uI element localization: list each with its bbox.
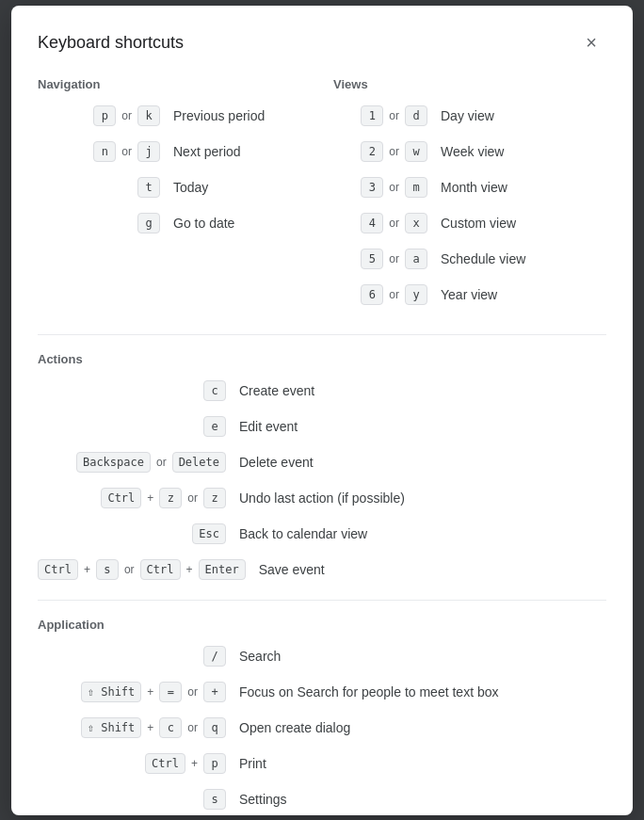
shortcut-desc: Open create dialog	[239, 720, 350, 735]
shortcut-row: / Search	[38, 643, 606, 669]
shortcut-keys: g	[38, 213, 160, 233]
close-button[interactable]: ×	[576, 28, 606, 58]
key-badge: c	[159, 717, 182, 738]
key-badge: Backspace	[76, 452, 151, 473]
key-separator: or	[156, 456, 167, 469]
key-badge: c	[203, 380, 226, 401]
key-plus: +	[84, 563, 90, 576]
shortcut-keys: 5ora	[333, 249, 427, 269]
key-badge: d	[405, 105, 427, 126]
shortcut-row: 3orm Month view	[333, 174, 606, 201]
shortcut-keys: s	[38, 789, 226, 810]
shortcut-desc: Delete event	[239, 455, 314, 470]
shortcut-desc: Today	[173, 180, 208, 195]
key-badge: z	[203, 488, 226, 508]
key-badge: 3	[361, 177, 383, 198]
application-section-title: Application	[38, 618, 606, 632]
shortcut-keys: 2orw	[333, 141, 427, 162]
shortcut-row: BackspaceorDelete Delete event	[38, 449, 606, 475]
key-separator: or	[389, 109, 399, 122]
shortcut-desc: Next period	[173, 144, 241, 159]
shortcut-keys: ⇧ Shift+=or+	[38, 682, 226, 702]
key-badge: Ctrl	[145, 753, 185, 774]
actions-section-title: Actions	[38, 352, 606, 366]
shortcut-row: pork Previous period	[38, 103, 311, 129]
key-badge: 4	[361, 213, 383, 233]
key-badge: q	[203, 717, 226, 738]
shortcut-keys: c	[38, 380, 226, 401]
shortcut-keys: pork	[38, 105, 160, 126]
key-badge: x	[405, 213, 427, 233]
shortcut-keys: norj	[38, 141, 160, 162]
shortcut-keys: e	[38, 416, 226, 437]
key-badge: m	[405, 177, 427, 198]
key-badge: ⇧ Shift	[81, 717, 142, 738]
key-badge: s	[96, 559, 119, 580]
shortcut-row: 4orx Custom view	[333, 210, 606, 236]
key-badge: 1	[361, 105, 383, 126]
key-separator: or	[187, 721, 198, 734]
shortcut-desc: Day view	[441, 108, 494, 123]
shortcut-desc: Settings	[239, 792, 287, 807]
key-badge: 5	[361, 249, 383, 269]
top-sections: Navigation pork Previous period norj Nex…	[38, 77, 606, 317]
navigation-shortcuts: pork Previous period norj Next period t …	[38, 103, 311, 236]
key-badge: Ctrl	[101, 488, 141, 508]
shortcut-keys: Esc	[38, 523, 226, 544]
key-separator: or	[124, 563, 135, 576]
key-badge: 6	[361, 284, 383, 305]
shortcut-row: g Go to date	[38, 210, 311, 236]
key-badge: =	[159, 682, 182, 702]
divider-2	[38, 600, 606, 601]
shortcut-row: norj Next period	[38, 138, 311, 165]
key-separator: or	[121, 145, 132, 158]
key-badge: z	[159, 488, 182, 508]
key-separator: or	[389, 288, 399, 301]
shortcut-keys: 1ord	[333, 105, 427, 126]
key-separator: or	[187, 685, 198, 699]
shortcut-desc: Custom view	[441, 216, 516, 231]
key-badge: p	[93, 105, 116, 126]
shortcut-desc: Save event	[259, 562, 325, 577]
shortcut-desc: Undo last action (if possible)	[239, 490, 405, 506]
shortcut-row: s Settings	[38, 786, 606, 812]
key-badge: ⇧ Shift	[81, 682, 142, 702]
shortcut-desc: Week view	[441, 144, 504, 159]
shortcut-row: 1ord Day view	[333, 103, 606, 129]
shortcut-row: c Create event	[38, 378, 606, 404]
key-badge: Enter	[199, 559, 246, 580]
shortcut-row: e Edit event	[38, 413, 606, 440]
shortcut-desc: Back to calendar view	[239, 526, 367, 541]
navigation-section-title: Navigation	[38, 77, 311, 91]
shortcut-row: ⇧ Shift+=or+ Focus on Search for people …	[38, 679, 606, 705]
key-badge: +	[203, 682, 226, 702]
shortcut-keys: Ctrl+sorCtrl+Enter	[38, 559, 246, 580]
shortcut-row: Ctrl+p Print	[38, 750, 606, 777]
key-badge: 2	[361, 141, 383, 162]
shortcut-keys: t	[38, 177, 160, 198]
key-separator: or	[389, 252, 399, 265]
modal-header: Keyboard shortcuts ×	[38, 28, 606, 58]
key-plus: +	[147, 491, 153, 505]
shortcut-keys: /	[38, 646, 226, 667]
key-separator: or	[389, 217, 399, 230]
keyboard-shortcuts-modal: Keyboard shortcuts × Navigation pork Pre…	[11, 6, 633, 815]
views-section: Views 1ord Day view 2orw Week view 3orm …	[333, 77, 606, 317]
actions-shortcuts: c Create event e Edit event BackspaceorD…	[38, 378, 606, 583]
key-plus: +	[191, 757, 198, 770]
shortcut-keys: ⇧ Shift+corq	[38, 717, 226, 738]
modal-overlay: Keyboard shortcuts × Navigation pork Pre…	[0, 0, 644, 820]
navigation-section: Navigation pork Previous period norj Nex…	[38, 77, 311, 317]
shortcut-keys: BackspaceorDelete	[38, 452, 226, 473]
key-badge: a	[405, 249, 427, 269]
shortcut-desc: Search	[239, 649, 281, 664]
key-badge: w	[405, 141, 427, 162]
key-badge: k	[137, 105, 160, 126]
shortcut-desc: Focus on Search for people to meet text …	[239, 684, 499, 699]
shortcut-keys: 6ory	[333, 284, 427, 305]
shortcut-desc: Print	[239, 756, 266, 771]
shortcut-row: Ctrl+sorCtrl+Enter Save event	[38, 556, 606, 583]
shortcut-row: Esc Back to calendar view	[38, 521, 606, 547]
shortcut-row: Ctrl+zorz Undo last action (if possible)	[38, 485, 606, 511]
key-badge: y	[405, 284, 427, 305]
